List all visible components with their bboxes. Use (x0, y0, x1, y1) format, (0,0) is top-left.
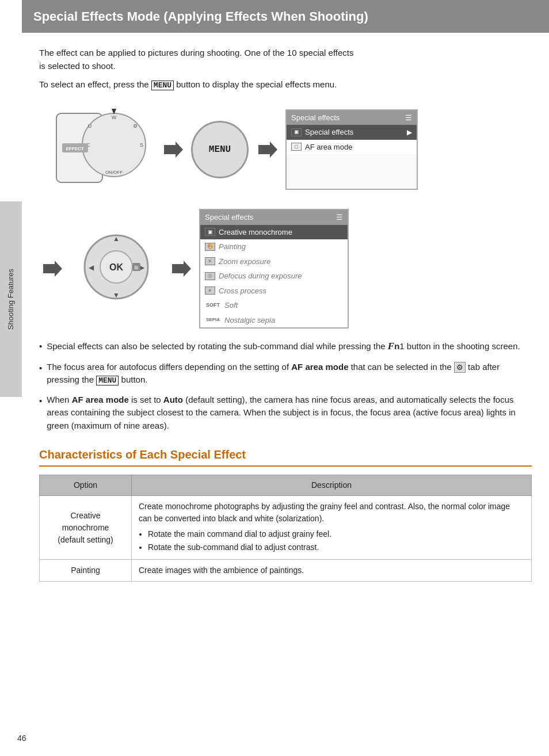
svg-text:◀: ◀ (89, 264, 94, 272)
special-effects-menu-1: Special effects ☰ ▣ Special effects ▶ □ … (285, 109, 418, 190)
arrow-3 (39, 256, 64, 281)
table-row: Painting Create images with the ambience… (40, 560, 532, 582)
characteristics-heading: Characteristics of Each Special Effect (39, 446, 532, 467)
menu-label-inline: MENU (151, 81, 174, 90)
menu-item-af-area[interactable]: □ AF area mode (287, 140, 417, 155)
sidebar-label: Shooting Features (5, 269, 17, 330)
menu-item-painting[interactable]: 🎨 Painting (200, 239, 348, 254)
menu-item-sepia[interactable]: SEPIA Nostalgic sepia (200, 313, 348, 328)
svg-marker-12 (258, 142, 277, 158)
icon-zoom: ✕ (205, 257, 215, 265)
table-header-option: Option (40, 475, 132, 496)
intro-line3: To select an effect, press the MENU butt… (39, 78, 532, 91)
svg-text:S: S (140, 142, 143, 148)
menu-item-special-effects[interactable]: ▣ Special effects ▶ (287, 125, 417, 140)
svg-text:W: W (112, 114, 117, 120)
svg-text:▲: ▲ (113, 235, 120, 243)
page-number: 46 (17, 732, 26, 744)
bullet-item-2: • The focus area for autofocus differs d… (39, 361, 532, 387)
page-title: Special Effects Mode (Applying Effects W… (22, 0, 549, 33)
menu-item-zoom[interactable]: ✕ Zoom exposure (200, 254, 348, 269)
svg-text:⚙: ⚙ (133, 123, 138, 129)
svg-marker-13 (43, 261, 62, 277)
menu-header-1: Special effects ☰ (287, 110, 417, 125)
menu-button-illustration: MENU (191, 121, 249, 178)
icon-creative-mono: ▣ (205, 228, 215, 236)
svg-text:OK: OK (109, 262, 123, 272)
svg-text:ON/OFF: ON/OFF (105, 170, 123, 175)
menu-header-2: Special effects ☰ (200, 210, 348, 225)
arrow-2 (254, 137, 280, 162)
tab-icon: ⚙ (454, 362, 466, 373)
icon-cross: ✶ (205, 287, 215, 295)
sidebar: Shooting Features (0, 201, 22, 397)
description-painting: Create images with the ambience of paint… (132, 560, 532, 582)
menu-item-soft[interactable]: SOFT Soft (200, 298, 348, 313)
bullet-item-3: • When AF area mode is set to Auto (defa… (39, 394, 532, 433)
table-header-description: Description (132, 475, 532, 496)
intro-line1: The effect can be applied to pictures du… (39, 47, 532, 72)
bullet-section: • Special effects can also be selected b… (39, 339, 532, 432)
menu-item-icon-2: □ (291, 143, 302, 151)
icon-painting: 🎨 (205, 243, 215, 251)
svg-text:U: U (88, 123, 92, 129)
camera-dial-illustration: W ⚙ S ON/OFF U C EFFECT (39, 102, 154, 198)
option-painting: Painting (40, 560, 132, 582)
diagram-row-1: W ⚙ S ON/OFF U C EFFECT MENU (39, 102, 532, 198)
menu-item-defocus[interactable]: ◎ Defocus during exposure (200, 269, 348, 284)
menu-item-creative-mono[interactable]: ▣ Creative monochrome (200, 225, 348, 240)
svg-text:⊞: ⊞ (134, 265, 139, 270)
option-creative-mono: Creativemonochrome(default setting) (40, 496, 132, 560)
arrow-4 (168, 256, 193, 281)
fn-label: F (388, 341, 394, 352)
special-effects-menu-2: Special effects ☰ ▣ Creative monochrome … (199, 209, 349, 329)
diagram-row-2: OK ▲ ▼ ◀ ▶ ⊞ Special effects ☰ (39, 209, 532, 329)
description-creative-mono: Create monochrome photographs by adjusti… (132, 496, 532, 560)
menu-empty-space (287, 154, 417, 189)
table-row: Creativemonochrome(default setting) Crea… (40, 496, 532, 560)
icon-defocus: ◎ (205, 272, 215, 280)
main-content: Special Effects Mode (Applying Effects W… (22, 0, 549, 599)
bullet-item-1: • Special effects can also be selected b… (39, 339, 532, 354)
svg-text:EFFECT: EFFECT (66, 146, 83, 151)
arrow-1 (160, 137, 185, 162)
effects-table: Option Description Creativemonochrome(de… (39, 475, 532, 582)
menu-item-icon-1: ▣ (291, 128, 302, 136)
svg-marker-11 (164, 142, 183, 158)
svg-text:▼: ▼ (113, 291, 120, 299)
menu-item-cross[interactable]: ✶ Cross process (200, 284, 348, 299)
svg-marker-23 (172, 261, 191, 277)
ok-dial-illustration: OK ▲ ▼ ◀ ▶ ⊞ (70, 230, 162, 308)
